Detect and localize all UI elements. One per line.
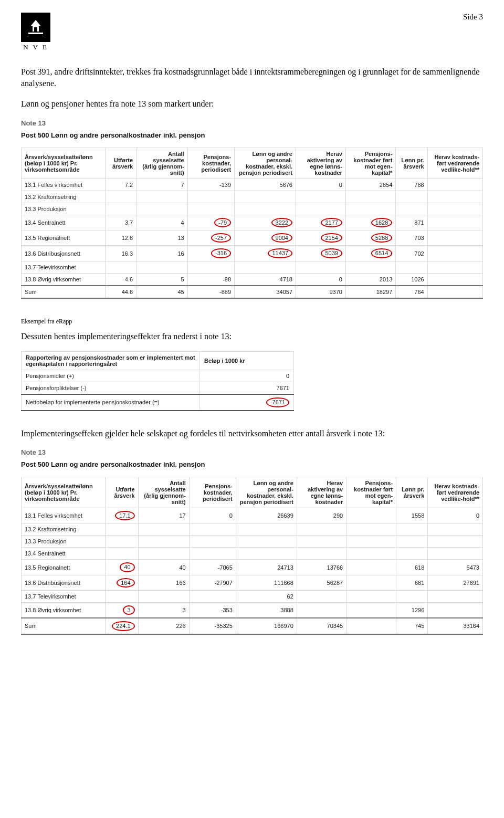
table-row: 13.5 Regionalnett4040-706524713137666185…: [22, 560, 483, 575]
impl-title: Rapportering av pensjonskostnader som er…: [22, 352, 200, 370]
paragraph-3: Dessuten hentes implementeringseffekter …: [21, 331, 483, 342]
col-header: Lønn og andre personal-kostnader, ekskl.…: [235, 148, 296, 179]
table-row-net: Nettobeløp for implementerte pensjonskos…: [22, 394, 294, 410]
table-row: Pensjonsmidler (+)0: [22, 370, 294, 382]
caption-1: Eksempel fra eRapp: [21, 318, 483, 326]
implementation-table: Rapportering av pensjonskostnader som er…: [21, 351, 294, 411]
note13-title: Note 13: [21, 119, 483, 127]
table-row: 13.2 Kraftomsetning: [22, 523, 483, 536]
table-row: 13.5 Regionalnett12.813-2579004215452887…: [22, 230, 483, 246]
table-row: 13.6 Distribusjonsnett16.316-31611437503…: [22, 246, 483, 261]
svg-rect-1: [34, 27, 37, 32]
table-row: 13.3 Produksjon: [22, 203, 483, 215]
table-row: 13.7 Televirksomhet62: [22, 591, 483, 603]
note13-title-2: Note 13: [21, 448, 483, 456]
highlight-circle: -7671: [266, 397, 289, 407]
page-number: Side 3: [463, 13, 483, 22]
logo-block: N V E: [21, 13, 50, 51]
note13-table-1: Årsverk/sysselsatte/lønn (beløp i 1000 k…: [21, 148, 483, 299]
highlight-circle: 5039: [321, 248, 342, 258]
table-row: 13.3 Produksjon: [22, 536, 483, 548]
paragraph-1: Post 391, andre driftsinntekter, trekkes…: [21, 66, 483, 89]
highlight-circle: -79: [214, 218, 231, 227]
note13-table-2: Årsverk/sysselsatte/lønn (beløp i 1000 k…: [21, 477, 483, 634]
highlight-circle: -257: [211, 233, 231, 243]
note13-subtitle: Post 500 Lønn og andre personalkostnader…: [21, 131, 483, 139]
col-header: Pensjons-kostnader ført mot egen-kapital…: [345, 148, 395, 179]
highlight-circle: 224.1: [112, 621, 135, 631]
note13-subtitle-2: Post 500 Lønn og andre personalkostnader…: [21, 460, 483, 468]
highlight-circle: 9004: [271, 233, 292, 243]
paragraph-2: Lønn og pensjoner hentes fra note 13 som…: [21, 98, 483, 110]
table-row-sum: Sum224.1226-353251669707034574533164: [22, 618, 483, 634]
highlight-circle: 1628: [371, 218, 392, 227]
table-row: 13.4 Sentralnett3.74-79322221771628871: [22, 215, 483, 230]
col-header: Herav aktivering av egne lønns-kostnader: [296, 148, 346, 179]
highlight-circle: 2177: [321, 218, 342, 227]
highlight-circle: 164: [117, 578, 134, 588]
table-row: Pensjonsforpliktelser (-)7671: [22, 382, 294, 395]
paragraph-4: Implementeringseffeken gjelder hele sels…: [21, 428, 483, 439]
table-row: 13.8 Øvrig virksomhet33-35338881296: [22, 603, 483, 618]
highlight-circle: 17.1: [115, 511, 134, 520]
highlight-circle: 11437: [268, 248, 292, 258]
col-header: Herav kostnads-ført vedrørende vedlike-h…: [427, 148, 482, 179]
col-header: Årsverk/sysselsatte/lønn (beløp i 1000 k…: [22, 148, 106, 179]
table-row: 13.7 Televirksomhet: [22, 261, 483, 273]
table-row: 13.1 Felles virksomhet7.27-1395676028547…: [22, 179, 483, 191]
col-header: Pensjons-kostnader, periodisert: [187, 148, 234, 179]
svg-rect-0: [28, 33, 43, 34]
col-header: Antall sysselsatte (årlig gjennom-snitt): [136, 148, 188, 179]
highlight-circle: 3: [123, 605, 134, 615]
org-letters: N V E: [21, 43, 50, 51]
highlight-circle: -316: [211, 248, 231, 258]
col-header: Utførte årsverk: [106, 148, 136, 179]
nve-logo: [21, 13, 50, 42]
table-row: 13.8 Øvrig virksomhet4.65-98471802013102…: [22, 273, 483, 286]
impl-col: Beløp i 1000 kr: [200, 352, 294, 370]
table-row: 13.6 Distribusjonsnett164166-27907111668…: [22, 575, 483, 590]
table-row: 13.1 Felles virksomhet17.117026639290155…: [22, 508, 483, 523]
table-row: 13.2 Kraftomsetning: [22, 191, 483, 203]
highlight-circle: 5288: [371, 233, 392, 243]
highlight-circle: 2154: [321, 233, 342, 243]
col-header: Lønn pr. årsverk: [396, 148, 427, 179]
highlight-circle: 3222: [271, 218, 292, 227]
table-row-sum: Sum44.645-88934057937018297764: [22, 286, 483, 298]
highlight-circle: 40: [120, 562, 134, 572]
highlight-circle: 6514: [371, 248, 392, 258]
table-row: 13.4 Sentralnett: [22, 548, 483, 560]
